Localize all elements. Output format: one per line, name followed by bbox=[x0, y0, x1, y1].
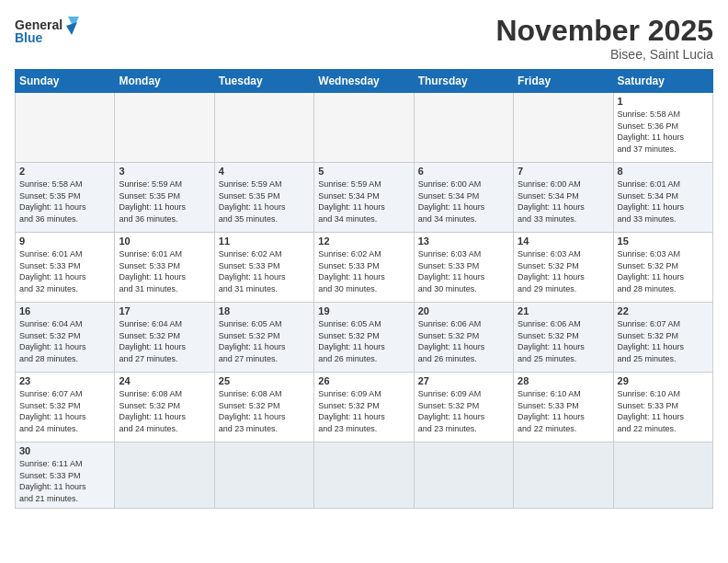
day-info: Sunrise: 6:08 AM Sunset: 5:32 PM Dayligh… bbox=[119, 388, 210, 434]
table-row: 6Sunrise: 6:00 AM Sunset: 5:34 PM Daylig… bbox=[414, 163, 513, 233]
table-row: 29Sunrise: 6:10 AM Sunset: 5:33 PM Dayli… bbox=[613, 373, 712, 442]
day-number: 18 bbox=[219, 305, 310, 316]
header-monday: Monday bbox=[115, 70, 214, 93]
day-info: Sunrise: 6:02 AM Sunset: 5:33 PM Dayligh… bbox=[318, 248, 409, 294]
day-info: Sunrise: 6:06 AM Sunset: 5:32 PM Dayligh… bbox=[518, 318, 609, 364]
table-row: 22Sunrise: 6:07 AM Sunset: 5:32 PM Dayli… bbox=[613, 303, 712, 373]
month-title: November 2025 bbox=[495, 15, 713, 47]
day-number: 24 bbox=[119, 375, 210, 386]
day-number: 7 bbox=[518, 166, 609, 177]
calendar-row-3: 16Sunrise: 6:04 AM Sunset: 5:32 PM Dayli… bbox=[16, 303, 713, 373]
day-info: Sunrise: 6:00 AM Sunset: 5:34 PM Dayligh… bbox=[418, 178, 509, 224]
title-block: November 2025 Bisee, Saint Lucia bbox=[495, 15, 713, 62]
day-number: 3 bbox=[119, 166, 210, 177]
header-tuesday: Tuesday bbox=[214, 70, 313, 93]
table-row: 7Sunrise: 6:00 AM Sunset: 5:34 PM Daylig… bbox=[514, 163, 613, 233]
generalblue-logo-icon: General Blue bbox=[15, 15, 79, 50]
table-row: 20Sunrise: 6:06 AM Sunset: 5:32 PM Dayli… bbox=[414, 303, 513, 373]
table-row: 8Sunrise: 6:01 AM Sunset: 5:34 PM Daylig… bbox=[613, 163, 712, 233]
table-row: 24Sunrise: 6:08 AM Sunset: 5:32 PM Dayli… bbox=[115, 373, 214, 442]
table-row: 23Sunrise: 6:07 AM Sunset: 5:32 PM Dayli… bbox=[16, 373, 115, 442]
day-number: 28 bbox=[518, 375, 609, 386]
day-info: Sunrise: 6:10 AM Sunset: 5:33 PM Dayligh… bbox=[518, 388, 609, 434]
day-info: Sunrise: 6:09 AM Sunset: 5:32 PM Dayligh… bbox=[418, 388, 509, 434]
header: General Blue November 2025 Bisee, Saint … bbox=[15, 15, 713, 62]
day-info: Sunrise: 6:00 AM Sunset: 5:34 PM Dayligh… bbox=[518, 178, 609, 224]
weekday-header-row: Sunday Monday Tuesday Wednesday Thursday… bbox=[16, 70, 713, 93]
header-sunday: Sunday bbox=[16, 70, 115, 93]
calendar-row-2: 9Sunrise: 6:01 AM Sunset: 5:33 PM Daylig… bbox=[16, 233, 713, 303]
day-info: Sunrise: 6:10 AM Sunset: 5:33 PM Dayligh… bbox=[618, 388, 709, 434]
day-number: 20 bbox=[418, 305, 509, 316]
table-row: 16Sunrise: 6:04 AM Sunset: 5:32 PM Dayli… bbox=[16, 303, 115, 373]
table-row bbox=[414, 93, 513, 163]
day-number: 4 bbox=[219, 166, 310, 177]
day-number: 23 bbox=[19, 375, 110, 386]
table-row bbox=[314, 93, 414, 163]
day-info: Sunrise: 6:03 AM Sunset: 5:32 PM Dayligh… bbox=[618, 248, 709, 294]
day-info: Sunrise: 6:03 AM Sunset: 5:33 PM Dayligh… bbox=[418, 248, 509, 294]
day-number: 25 bbox=[219, 375, 310, 386]
day-info: Sunrise: 6:06 AM Sunset: 5:32 PM Dayligh… bbox=[418, 318, 509, 364]
day-number: 16 bbox=[19, 305, 110, 316]
calendar-row-4: 23Sunrise: 6:07 AM Sunset: 5:32 PM Dayli… bbox=[16, 373, 713, 442]
day-number: 26 bbox=[318, 375, 409, 386]
header-friday: Friday bbox=[514, 70, 613, 93]
table-row: 13Sunrise: 6:03 AM Sunset: 5:33 PM Dayli… bbox=[414, 233, 513, 303]
day-info: Sunrise: 6:08 AM Sunset: 5:32 PM Dayligh… bbox=[219, 388, 310, 434]
page: General Blue November 2025 Bisee, Saint … bbox=[0, 0, 728, 518]
day-info: Sunrise: 6:01 AM Sunset: 5:33 PM Dayligh… bbox=[19, 248, 110, 294]
day-info: Sunrise: 6:03 AM Sunset: 5:32 PM Dayligh… bbox=[518, 248, 609, 294]
calendar: Sunday Monday Tuesday Wednesday Thursday… bbox=[15, 69, 713, 508]
table-row: 12Sunrise: 6:02 AM Sunset: 5:33 PM Dayli… bbox=[314, 233, 414, 303]
table-row: 5Sunrise: 5:59 AM Sunset: 5:34 PM Daylig… bbox=[314, 163, 414, 233]
day-info: Sunrise: 6:07 AM Sunset: 5:32 PM Dayligh… bbox=[618, 318, 709, 364]
day-info: Sunrise: 6:04 AM Sunset: 5:32 PM Dayligh… bbox=[119, 318, 210, 364]
day-info: Sunrise: 6:04 AM Sunset: 5:32 PM Dayligh… bbox=[19, 318, 110, 364]
day-info: Sunrise: 6:02 AM Sunset: 5:33 PM Dayligh… bbox=[219, 248, 310, 294]
table-row: 21Sunrise: 6:06 AM Sunset: 5:32 PM Dayli… bbox=[514, 303, 613, 373]
table-row: 2Sunrise: 5:58 AM Sunset: 5:35 PM Daylig… bbox=[16, 163, 115, 233]
day-info: Sunrise: 6:05 AM Sunset: 5:32 PM Dayligh… bbox=[219, 318, 310, 364]
day-number: 15 bbox=[618, 236, 709, 247]
table-row bbox=[514, 442, 613, 508]
table-row bbox=[214, 442, 313, 508]
day-info: Sunrise: 6:07 AM Sunset: 5:32 PM Dayligh… bbox=[19, 388, 110, 434]
day-number: 21 bbox=[518, 305, 609, 316]
day-number: 12 bbox=[318, 236, 409, 247]
table-row bbox=[514, 93, 613, 163]
day-number: 22 bbox=[618, 305, 709, 316]
table-row: 9Sunrise: 6:01 AM Sunset: 5:33 PM Daylig… bbox=[16, 233, 115, 303]
day-number: 27 bbox=[418, 375, 509, 386]
day-number: 29 bbox=[618, 375, 709, 386]
day-number: 2 bbox=[19, 166, 110, 177]
day-number: 13 bbox=[418, 236, 509, 247]
day-number: 9 bbox=[19, 236, 110, 247]
table-row: 17Sunrise: 6:04 AM Sunset: 5:32 PM Dayli… bbox=[115, 303, 214, 373]
day-number: 5 bbox=[318, 166, 409, 177]
header-wednesday: Wednesday bbox=[314, 70, 414, 93]
header-saturday: Saturday bbox=[613, 70, 712, 93]
table-row bbox=[314, 442, 414, 508]
day-info: Sunrise: 5:59 AM Sunset: 5:35 PM Dayligh… bbox=[119, 178, 210, 224]
table-row: 14Sunrise: 6:03 AM Sunset: 5:32 PM Dayli… bbox=[514, 233, 613, 303]
day-number: 6 bbox=[418, 166, 509, 177]
table-row: 26Sunrise: 6:09 AM Sunset: 5:32 PM Dayli… bbox=[314, 373, 414, 442]
day-number: 19 bbox=[318, 305, 409, 316]
header-thursday: Thursday bbox=[414, 70, 513, 93]
table-row: 18Sunrise: 6:05 AM Sunset: 5:32 PM Dayli… bbox=[214, 303, 313, 373]
day-info: Sunrise: 6:09 AM Sunset: 5:32 PM Dayligh… bbox=[318, 388, 409, 434]
table-row bbox=[414, 442, 513, 508]
day-number: 10 bbox=[119, 236, 210, 247]
day-info: Sunrise: 6:01 AM Sunset: 5:33 PM Dayligh… bbox=[119, 248, 210, 294]
day-number: 11 bbox=[219, 236, 310, 247]
table-row bbox=[613, 442, 712, 508]
day-number: 8 bbox=[618, 166, 709, 177]
svg-text:Blue: Blue bbox=[15, 30, 43, 45]
logo: General Blue bbox=[15, 15, 79, 50]
table-row bbox=[16, 93, 115, 163]
table-row: 25Sunrise: 6:08 AM Sunset: 5:32 PM Dayli… bbox=[214, 373, 313, 442]
day-info: Sunrise: 5:58 AM Sunset: 5:35 PM Dayligh… bbox=[19, 178, 110, 224]
calendar-row-1: 2Sunrise: 5:58 AM Sunset: 5:35 PM Daylig… bbox=[16, 163, 713, 233]
day-number: 30 bbox=[19, 445, 110, 456]
